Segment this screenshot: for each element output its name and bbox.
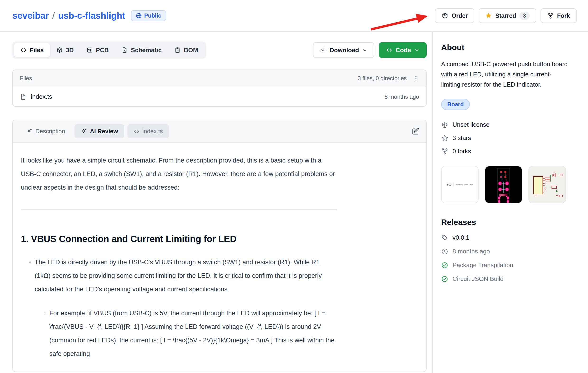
release-check-label: Package Transpilation bbox=[452, 261, 513, 269]
code-icon bbox=[21, 47, 27, 53]
main-column: Files 3D PCB Schematic BOM bbox=[0, 32, 433, 373]
tab-label: 3D bbox=[66, 47, 74, 54]
download-icon bbox=[320, 47, 326, 53]
files-panel-title: Files bbox=[20, 75, 32, 82]
release-check-label: Circuit JSON Build bbox=[452, 275, 504, 283]
files-summary: 3 files, 0 directories bbox=[357, 75, 407, 82]
error-text: Internal Server Error bbox=[455, 184, 472, 186]
edit-icon[interactable] bbox=[411, 127, 419, 135]
sidebar: About A compact USB-C powered push butto… bbox=[433, 32, 588, 373]
review-intro-paragraph: It looks like you have a simple circuit … bbox=[21, 154, 337, 194]
code-icon bbox=[134, 128, 139, 134]
file-row[interactable]: index.ts 8 months ago bbox=[13, 87, 426, 106]
fork-label: Fork bbox=[557, 12, 570, 19]
tab-ai-review[interactable]: AI Review bbox=[74, 124, 124, 138]
tab-3d[interactable]: 3D bbox=[50, 43, 80, 57]
error-code: 500 bbox=[447, 183, 451, 186]
sparkle-icon bbox=[81, 128, 87, 135]
about-title: About bbox=[441, 43, 579, 52]
stars-label: 3 stars bbox=[452, 134, 471, 142]
star-outline-icon bbox=[441, 135, 448, 142]
section-heading: 1. VBUS Connection and Current Limiting … bbox=[21, 234, 337, 244]
preview-thumbnails: 500 Internal Server Error bbox=[441, 166, 579, 203]
tab-index-ts[interactable]: index.ts bbox=[127, 124, 169, 138]
file-name[interactable]: index.ts bbox=[31, 93, 52, 100]
tab-bom[interactable]: BOM bbox=[168, 43, 205, 57]
release-time-row: 8 months ago bbox=[441, 248, 579, 255]
forks-row: 0 forks bbox=[441, 148, 579, 155]
view-toolbar: Files 3D PCB Schematic BOM bbox=[12, 41, 427, 59]
star-icon bbox=[485, 12, 492, 19]
content-panel: Description AI Review index.ts It looks … bbox=[12, 120, 427, 372]
package-icon bbox=[441, 12, 448, 19]
board-tag[interactable]: Board bbox=[441, 99, 470, 110]
thumbnail-3d-preview[interactable]: 500 Internal Server Error bbox=[441, 166, 479, 203]
code-button[interactable]: Code bbox=[379, 42, 427, 58]
pcb-icon bbox=[87, 47, 93, 53]
bullet-text: The LED is directly driven by the USB-C'… bbox=[35, 259, 322, 293]
file-icon bbox=[20, 93, 27, 100]
tab-label: AI Review bbox=[90, 128, 118, 135]
thumbnail-schematic-preview[interactable] bbox=[528, 166, 566, 203]
bullet-text: For example, if VBUS (from USB-C) is 5V,… bbox=[49, 310, 335, 357]
download-button[interactable]: Download bbox=[313, 42, 374, 58]
release-check-row: Circuit JSON Build bbox=[441, 275, 579, 283]
tab-label: BOM bbox=[184, 47, 198, 54]
repo-link[interactable]: usb-c-flashlight bbox=[58, 11, 125, 21]
tab-pcb[interactable]: PCB bbox=[80, 43, 115, 57]
tab-label: PCB bbox=[96, 47, 109, 54]
view-tab-bar: Files 3D PCB Schematic BOM bbox=[12, 41, 206, 59]
repo-header: seveibar / usb-c-flashlight Public Order… bbox=[0, 0, 588, 32]
fork-icon bbox=[441, 148, 448, 155]
schematic-preview-image bbox=[529, 166, 566, 203]
download-label: Download bbox=[330, 47, 359, 54]
owner-link[interactable]: seveibar bbox=[12, 11, 49, 21]
content-tab-bar: Description AI Review index.ts bbox=[13, 120, 426, 143]
stars-row: 3 stars bbox=[441, 134, 579, 142]
clock-icon bbox=[441, 248, 448, 255]
code-label: Code bbox=[396, 47, 411, 54]
releases-title: Releases bbox=[441, 218, 579, 227]
tab-description[interactable]: Description bbox=[20, 124, 71, 138]
error-separator bbox=[453, 183, 453, 186]
visibility-label: Public bbox=[144, 12, 161, 19]
license-label: Unset license bbox=[452, 121, 490, 128]
check-circle-icon bbox=[441, 276, 448, 283]
release-version[interactable]: v0.0.1 bbox=[452, 234, 469, 241]
tab-label: index.ts bbox=[142, 128, 163, 135]
starred-button[interactable]: Starred 3 bbox=[479, 8, 536, 23]
file-updated: 8 months ago bbox=[385, 93, 419, 100]
clipboard-icon bbox=[174, 47, 181, 53]
release-check-row: Package Transpilation bbox=[441, 261, 579, 269]
globe-icon bbox=[136, 13, 142, 19]
code-icon bbox=[386, 47, 392, 53]
breadcrumb: seveibar / usb-c-flashlight bbox=[12, 11, 125, 21]
about-description: A compact USB-C powered push button boar… bbox=[441, 59, 570, 90]
chevron-down-icon bbox=[414, 47, 420, 53]
kebab-menu-icon[interactable] bbox=[413, 75, 419, 81]
annotation-arrow bbox=[369, 9, 431, 32]
files-panel-header: Files 3 files, 0 directories bbox=[13, 70, 426, 87]
tab-label: Files bbox=[30, 47, 44, 54]
order-button[interactable]: Order bbox=[435, 8, 474, 23]
release-time: 8 months ago bbox=[452, 248, 490, 255]
chevron-down-icon bbox=[362, 47, 368, 53]
tab-label: Description bbox=[35, 128, 65, 135]
schematic-file-icon bbox=[122, 47, 128, 53]
divider bbox=[21, 209, 337, 210]
starred-label: Starred bbox=[495, 12, 516, 19]
fork-icon bbox=[547, 12, 554, 19]
tag-icon bbox=[441, 234, 448, 241]
order-label: Order bbox=[452, 12, 468, 19]
tab-files[interactable]: Files bbox=[14, 43, 50, 57]
fork-button[interactable]: Fork bbox=[541, 8, 577, 23]
visibility-badge: Public bbox=[131, 10, 166, 21]
files-panel: Files 3 files, 0 directories index.ts 8 … bbox=[12, 70, 427, 107]
cube-icon bbox=[56, 47, 63, 53]
list-item: The LED is directly driven by the USB-C'… bbox=[35, 256, 337, 361]
license-row: Unset license bbox=[441, 121, 579, 128]
forks-label: 0 forks bbox=[452, 148, 471, 155]
list-item: For example, if VBUS (from USB-C) is 5V,… bbox=[49, 307, 337, 361]
tab-schematic[interactable]: Schematic bbox=[115, 43, 168, 57]
thumbnail-pcb-preview[interactable] bbox=[485, 166, 522, 203]
